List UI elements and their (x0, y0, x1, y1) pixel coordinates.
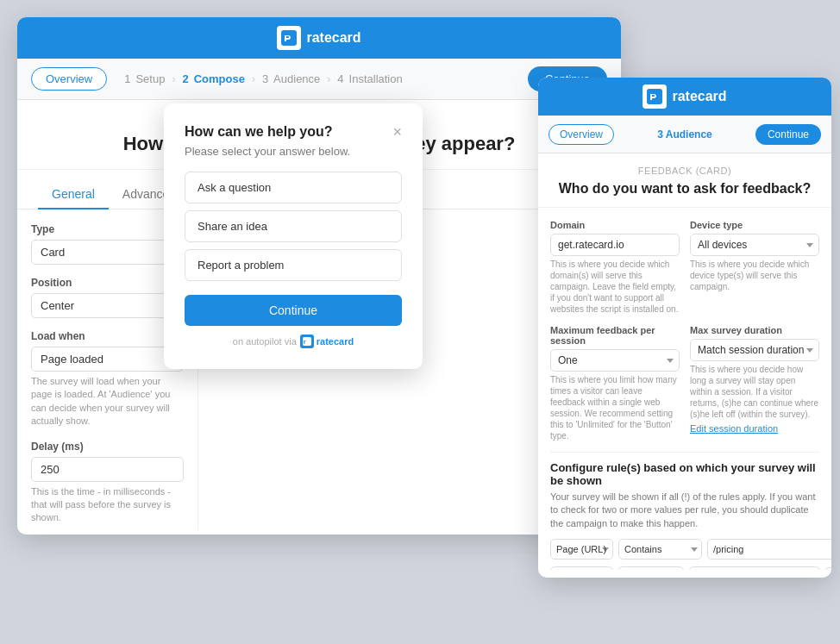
load-when-field-group: Load when Page loaded On scroll On exit … (31, 330, 184, 428)
delay-hint: This is the time - in milliseconds - tha… (31, 485, 184, 525)
delay-field-group: Delay (ms) 250 This is the time - in mil… (31, 441, 184, 525)
second-nav: Overview 3 Audience Continue (538, 116, 831, 153)
nav-step-audience: 3 Audience (262, 72, 320, 85)
rule-row-2: Page views Page (URL) Device Greater tha… (550, 566, 819, 570)
modal-footer-text: on autopilot via (233, 336, 297, 347)
max-feedback-col: Maximum feedback per session One Unlimit… (550, 325, 680, 441)
max-survey-col: Max survey duration Match session durati… (690, 325, 819, 441)
logo-text: ratecard (306, 30, 360, 46)
max-survey-select[interactable]: Match session duration 1 hour (690, 339, 819, 361)
step-1-num: 1 (124, 72, 130, 85)
delay-label: Delay (ms) (31, 441, 184, 453)
domain-col: Domain This is where you decide which do… (550, 220, 680, 315)
rules-title: Configure rule(s) based on which your su… (550, 461, 819, 487)
step-2-num: 2 (182, 72, 188, 85)
second-step-label: Audience (666, 128, 712, 141)
max-feedback-select[interactable]: One Unlimited Two (550, 349, 680, 372)
type-label: Type (31, 223, 184, 235)
second-window: ratecard Overview 3 Audience Continue FE… (538, 78, 831, 578)
rule-1-condition[interactable]: Contains Equals Does not contain (618, 539, 702, 560)
nav-steps: 1 Setup › 2 Compose › 3 Audience › 4 Ins… (124, 72, 528, 85)
device-hint: This is where you decide which device ty… (690, 259, 819, 292)
second-logo-text: ratecard (672, 89, 726, 104)
modal-footer-logo-icon: r (300, 335, 314, 348)
domain-input[interactable] (550, 234, 680, 256)
svg-text:r: r (304, 338, 306, 346)
modal-title: How can we help you? (185, 124, 333, 140)
max-survey-hint: This is where you decide how long a surv… (690, 364, 819, 420)
modal-footer-logo: r ratecard (300, 335, 354, 348)
logo-icon (277, 26, 301, 50)
second-logo-icon (643, 84, 667, 109)
modal-option-report[interactable]: Report a problem (185, 249, 402, 281)
rule-2-value[interactable] (689, 566, 820, 570)
max-feedback-hint: This is where you limit how many times a… (550, 374, 680, 441)
max-feedback-label: Maximum feedback per session (550, 325, 680, 346)
second-overview-button[interactable]: Overview (549, 124, 614, 145)
load-when-label: Load when (31, 330, 184, 342)
nav-arrow-3: › (327, 73, 330, 85)
step-3-num: 3 (262, 72, 268, 85)
edit-session-link[interactable]: Edit session duration (690, 423, 778, 434)
step-2-label: Compose (194, 72, 245, 85)
overview-button[interactable]: Overview (31, 67, 107, 91)
rule-2-condition[interactable]: Greater than Less than Equals (618, 566, 684, 570)
position-select[interactable]: Center Left Right (31, 293, 184, 318)
max-survey-label: Max survey duration (690, 325, 819, 335)
domain-hint: This is where you decide which domain(s)… (550, 259, 680, 315)
modal-continue-button[interactable]: Continue (185, 295, 402, 326)
device-label: Device type (690, 220, 819, 230)
position-label: Position (31, 277, 184, 289)
rule-2-field[interactable]: Page views Page (URL) Device (550, 566, 613, 570)
load-when-select[interactable]: Page loaded On scroll On exit (31, 347, 184, 372)
modal-footer-brand: ratecard (317, 336, 354, 347)
modal-footer: on autopilot via r ratecard (185, 335, 402, 348)
load-when-hint: The survey will load when your page is l… (31, 375, 184, 428)
tab-general[interactable]: General (38, 180, 109, 209)
step-1-label: Setup (135, 72, 165, 85)
divider (550, 452, 819, 453)
position-field-group: Position Center Left Right (31, 277, 184, 318)
second-body: Domain This is where you decide which do… (538, 208, 831, 570)
modal-option-ask[interactable]: Ask a question (185, 172, 402, 203)
step-3-label: Audience (273, 72, 320, 85)
step-4-label: Installation (349, 72, 403, 85)
second-step-num: 3 (657, 128, 663, 141)
nav-arrow-1: › (172, 73, 175, 85)
second-nav-step: 3 Audience (614, 128, 755, 141)
domain-label: Domain (550, 220, 680, 230)
second-feedback-label: FEEDBACK (CARD) (549, 166, 821, 176)
nav-arrow-2: › (252, 73, 255, 85)
device-select[interactable]: All devices Desktop Mobile (690, 234, 819, 256)
second-header: ratecard (538, 78, 831, 116)
nav-step-setup: 1 Setup (124, 72, 165, 85)
nav-step-compose: 2 Compose (182, 72, 244, 85)
modal: How can we help you? × Please select you… (164, 103, 423, 369)
nav-step-installation: 4 Installation (337, 72, 402, 85)
step-4-num: 4 (337, 72, 343, 85)
delay-input[interactable]: 250 (31, 457, 184, 482)
modal-close-button[interactable]: × (392, 124, 402, 140)
device-col: Device type All devices Desktop Mobile T… (690, 220, 819, 315)
second-logo-area: ratecard (643, 84, 726, 109)
rule-row-1: Page (URL) Page views Device Contains Eq… (550, 539, 819, 560)
main-nav: Overview 1 Setup › 2 Compose › 3 Audienc… (17, 59, 621, 100)
main-header: ratecard (17, 17, 621, 59)
second-title: Who do you want to ask for feedback? (549, 181, 821, 197)
feedback-session-row: Maximum feedback per session One Unlimit… (550, 325, 819, 441)
type-select[interactable]: Card Button Inline (31, 240, 184, 265)
type-field-group: Type Card Button Inline (31, 223, 184, 265)
rule-1-field[interactable]: Page (URL) Page views Device (550, 539, 613, 560)
domain-device-row: Domain This is where you decide which do… (550, 220, 819, 315)
modal-option-share[interactable]: Share an idea (185, 210, 402, 242)
modal-header: How can we help you? × (185, 124, 402, 140)
rules-hint: Your survey will be shown if all (!) of … (550, 491, 819, 530)
logo-area: ratecard (277, 26, 360, 50)
modal-subtitle: Please select your answer below. (185, 145, 402, 158)
rule-1-value[interactable] (707, 539, 831, 560)
rule-2-delete-button[interactable]: 🗑 (825, 567, 831, 570)
second-continue-button[interactable]: Continue (755, 124, 821, 145)
second-content-header: FEEDBACK (CARD) Who do you want to ask f… (538, 153, 831, 208)
